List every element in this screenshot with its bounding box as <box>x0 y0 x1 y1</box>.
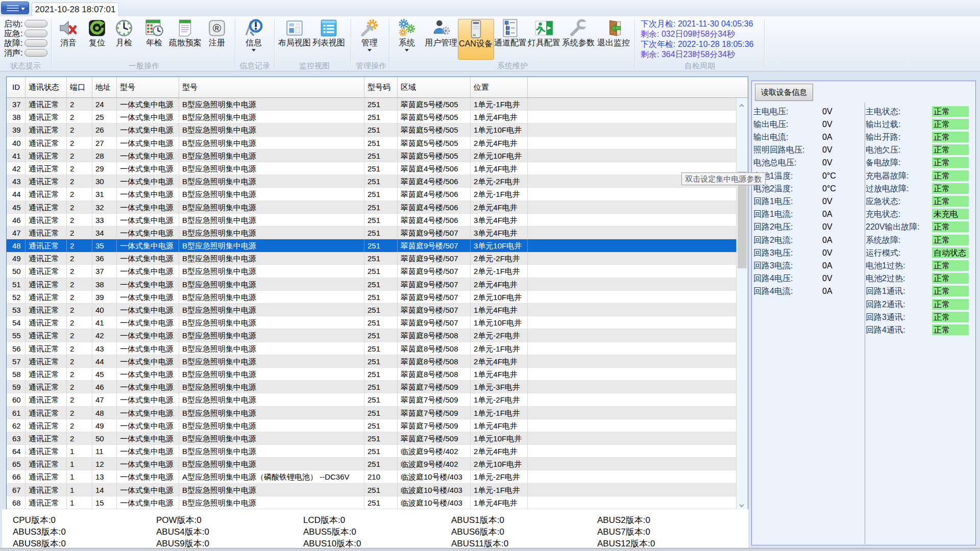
table-cell: 通讯正常 <box>26 329 67 342</box>
tab-datetime[interactable]: 2021-10-28 18:07:01 <box>32 3 119 16</box>
table-row-41[interactable]: 41通讯正常228一体式集中电源B型应急照明集中电源251翠茵庭5号楼/5052… <box>7 149 737 162</box>
table-cell: 251 <box>364 162 398 175</box>
table-row-67[interactable]: 67通讯正常114一体式集中电源B型应急照明集中电源251临波庭10号楼/403… <box>7 484 737 496</box>
column-header-2[interactable]: 端口 <box>67 77 92 97</box>
column-header-6[interactable]: 型号码 <box>364 77 398 97</box>
table-row-52[interactable]: 52通讯正常239一体式集中电源B型应急照明集中电源251翠茵庭9号楼/5072… <box>7 291 737 304</box>
table-row-44[interactable]: 44通讯正常231一体式集中电源B型应急照明集中电源251翠茵庭4号楼/5062… <box>7 188 737 201</box>
exit-monitor-icon <box>604 18 623 38</box>
table-cell: B型应急照明集中电源 <box>179 304 364 316</box>
table-cell: 56 <box>7 342 26 355</box>
table-cell: 通讯正常 <box>26 381 67 393</box>
table-row-66[interactable]: 66通讯正常113一体式集中电源A型应急照明集中电源（磷酸铁锂电池） --DC3… <box>7 470 737 483</box>
app-menu-button[interactable] <box>1 2 29 14</box>
column-header-5[interactable]: 型号 <box>179 77 364 97</box>
info-button[interactable]: 信息 <box>232 18 275 60</box>
table-row-50[interactable]: 50通讯正常237一体式集中电源B型应急照明集中电源251翠茵庭9号楼/5072… <box>7 265 737 278</box>
table-cell: B型应急照明集中电源 <box>179 407 364 419</box>
table-row-59[interactable]: 59通讯正常246一体式集中电源B型应急照明集中电源251翠茵庭7号楼/5091… <box>7 381 737 393</box>
read-device-info-button[interactable]: 读取设备信息 <box>755 84 813 101</box>
scrollbar-thumb[interactable] <box>738 171 747 268</box>
can-button[interactable]: CAN设备 <box>458 19 494 60</box>
table-cell: B型应急照明集中电源 <box>179 419 364 432</box>
table-cell: B型应急照明集中电源 <box>179 188 364 201</box>
column-header-0[interactable]: ID <box>7 77 26 97</box>
manage-button[interactable]: 管理 <box>348 18 391 60</box>
table-row-45[interactable]: 45通讯正常232一体式集中电源B型应急照明集中电源251翠茵庭4号楼/5062… <box>7 201 737 214</box>
table-row-56[interactable]: 56通讯正常243一体式集中电源B型应急照明集中电源251翠茵庭8号楼/5082… <box>7 342 737 355</box>
version-text: ABUS2版本:0 <box>597 514 650 524</box>
column-header-1[interactable]: 通讯状态 <box>26 77 67 97</box>
table-cell: 1单元-2F电井 <box>471 470 528 483</box>
table-cell: 13 <box>92 470 117 483</box>
table-row-65[interactable]: 65通讯正常112一体式集中电源B型应急照明集中电源251临波庭9号楼/4022… <box>7 458 737 470</box>
users-button[interactable]: 用户管理 <box>420 18 462 60</box>
table-cell: 30 <box>92 175 117 188</box>
table-row-61[interactable]: 61通讯正常248一体式集中电源B型应急照明集中电源251翠茵庭7号楼/5091… <box>7 407 737 419</box>
table-row-38[interactable]: 38通讯正常225一体式集中电源B型应急照明集中电源251翠茵庭5号楼/5051… <box>7 111 737 123</box>
table-row-40[interactable]: 40通讯正常227一体式集中电源B型应急照明集中电源251翠茵庭5号楼/5052… <box>7 137 737 149</box>
table-row-48[interactable]: 48通讯正常235一体式集中电源B型应急照明集中电源251翠茵庭9号楼/5073… <box>7 239 737 252</box>
table-cell: 24 <box>92 98 117 111</box>
table-row-51[interactable]: 51通讯正常238一体式集中电源B型应急照明集中电源251翠茵庭9号楼/5072… <box>7 278 737 291</box>
column-header-8[interactable]: 位置 <box>471 77 528 97</box>
table-row-55[interactable]: 55通讯正常242一体式集中电源B型应急照明集中电源251翠茵庭8号楼/5082… <box>7 329 737 342</box>
table-cell: 通讯正常 <box>26 407 67 419</box>
table-row-62[interactable]: 62通讯正常249一体式集中电源B型应急照明集中电源251翠茵庭7号楼/5091… <box>7 419 737 432</box>
table-cell-empty <box>528 432 737 445</box>
table-row-53[interactable]: 53通讯正常240一体式集中电源B型应急照明集中电源251翠茵庭9号楼/5071… <box>7 304 737 316</box>
group-label: 状态提示 <box>10 61 41 69</box>
list-button[interactable]: 列表视图 <box>307 18 350 60</box>
table-cell: 1单元4F电井 <box>471 304 528 316</box>
table-cell: 50 <box>92 432 117 445</box>
table-row-54[interactable]: 54通讯正常241一体式集中电源B型应急照明集中电源251翠茵庭9号楼/5071… <box>7 316 737 329</box>
table-cell: 通讯正常 <box>26 175 67 188</box>
vertical-scrollbar[interactable] <box>737 98 748 509</box>
status-label-0: 启动: <box>4 19 22 28</box>
table-cell: 66 <box>7 470 26 483</box>
table-cell: 38 <box>7 111 26 123</box>
table-cell: 一体式集中电源 <box>117 149 179 162</box>
table-row-57[interactable]: 57通讯正常244一体式集中电源B型应急照明集中电源251翠茵庭8号楼/5082… <box>7 355 737 368</box>
measurement-label: 主电电压: <box>753 107 788 116</box>
column-header-7[interactable]: 区域 <box>398 77 471 97</box>
table-row-47[interactable]: 47通讯正常234一体式集中电源B型应急照明集中电源251翠茵庭9号楼/5073… <box>7 227 737 239</box>
table-cell: 通讯正常 <box>26 445 67 458</box>
table-row-39[interactable]: 39通讯正常226一体式集中电源B型应急照明集中电源251翠茵庭5号楼/5051… <box>7 123 737 136</box>
status-label: 220V输出故障: <box>866 222 920 231</box>
table-row-58[interactable]: 58通讯正常245一体式集中电源B型应急照明集中电源251翠茵庭8号楼/5081… <box>7 368 737 381</box>
table-row-43[interactable]: 43通讯正常230一体式集中电源B型应急照明集中电源251翠茵庭4号楼/5062… <box>7 175 737 188</box>
exit-button[interactable]: 退出监控 <box>592 18 635 60</box>
table-cell: 11 <box>92 445 117 458</box>
table-cell: 通讯正常 <box>26 432 67 445</box>
table-cell: B型应急照明集中电源 <box>179 291 364 304</box>
scroll-down-icon[interactable] <box>739 501 744 506</box>
table-row-63[interactable]: 63通讯正常250一体式集中电源B型应急照明集中电源251翠茵庭7号楼/5091… <box>7 432 737 445</box>
table-cell-empty <box>528 291 737 304</box>
table-cell: 翠茵庭4号楼/506 <box>398 162 471 175</box>
table-row-49[interactable]: 49通讯正常236一体式集中电源B型应急照明集中电源251翠茵庭9号楼/5072… <box>7 252 737 265</box>
scroll-up-icon[interactable] <box>739 101 744 106</box>
table-row-37[interactable]: 37通讯正常224一体式集中电源B型应急照明集中电源251翠茵庭5号楼/5051… <box>7 98 737 111</box>
table-cell: B型应急照明集中电源 <box>179 201 364 214</box>
table-cell-empty <box>528 278 737 291</box>
table-cell: 251 <box>364 265 398 278</box>
table-row-42[interactable]: 42通讯正常229一体式集中电源B型应急照明集中电源251翠茵庭4号楼/5061… <box>7 162 737 175</box>
table-cell-empty <box>528 265 737 278</box>
status-label: 回路3通讯: <box>866 313 905 321</box>
table-row-64[interactable]: 64通讯正常111一体式集中电源B型应急照明集中电源251临波庭9号楼/4022… <box>7 445 737 458</box>
column-header-4[interactable]: 型号 <box>117 77 179 97</box>
status-row: 应急状态:正常 <box>866 195 975 208</box>
column-header-3[interactable]: 地址 <box>92 77 117 97</box>
table-row-46[interactable]: 46通讯正常233一体式集中电源B型应急照明集中电源251翠茵庭4号楼/5063… <box>7 214 737 227</box>
status-value-badge: 正常 <box>932 324 969 335</box>
table-cell: 2单元-1F电井 <box>471 265 528 278</box>
table-cell-empty <box>528 381 737 393</box>
table-cell: 翠茵庭7号楼/509 <box>398 381 471 393</box>
table-cell: 47 <box>92 393 117 406</box>
table-row-68[interactable]: 68通讯正常115一体式集中电源B型应急照明集中电源251临波庭10号楼/403… <box>7 496 737 509</box>
measurement-value: 0V <box>822 272 832 285</box>
status-label-2: 故障: <box>4 38 22 47</box>
status-value-badge: 正常 <box>932 221 969 232</box>
table-row-60[interactable]: 60通讯正常247一体式集中电源B型应急照明集中电源251翠茵庭7号楼/5091… <box>7 393 737 406</box>
